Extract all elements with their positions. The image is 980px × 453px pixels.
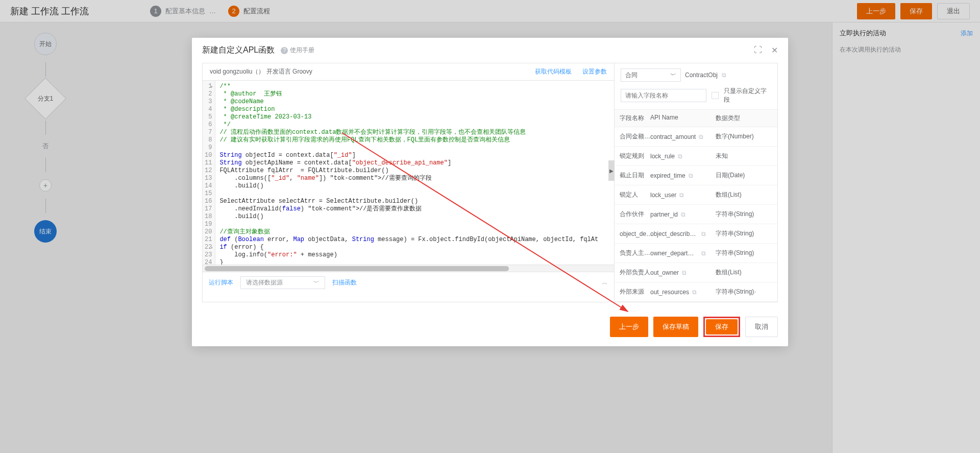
field-row[interactable]: 外部来源out_resources⧉字符串(String)› [615, 282, 777, 302]
footer-save-button[interactable]: 保存 [706, 319, 738, 335]
scan-function-button[interactable]: 扫描函数 [332, 278, 357, 287]
field-name: 外部来源 [615, 288, 650, 296]
field-api: contract_amount⧉ [650, 133, 716, 140]
field-type: 日期(Date) [716, 171, 777, 180]
copy-icon[interactable]: ⧉ [692, 289, 697, 296]
modal: 新建自定义APL函数 ? 使用手册 ⛶ ✕ void gongzuoliu（） … [192, 38, 788, 346]
copy-icon[interactable]: ⧉ [678, 153, 682, 160]
hscroll-thumb[interactable] [205, 266, 509, 271]
modal-title: 新建自定义APL函数 [202, 45, 275, 56]
field-row[interactable]: 合作伙伴partner_id⧉字符串(String) [615, 205, 777, 224]
copy-icon[interactable]: ⧉ [701, 250, 706, 257]
field-table-body[interactable]: 合同金额…contract_amount⧉数字(Number)锁定规则lock_… [615, 127, 777, 302]
collapse-icon[interactable]: ︿ [602, 278, 608, 287]
field-type: 数组(List) [716, 268, 777, 277]
save-highlight: 保存 [703, 317, 740, 337]
editor-signature: void gongzuoliu（） 开发语言 Groovy [210, 67, 526, 76]
field-api: object_describe_api_name⧉ [650, 230, 716, 237]
field-type: 数组(List) [716, 190, 777, 199]
code-gutter: 1234567891011121314151617181920212223242… [203, 81, 215, 265]
field-panel-top: 合同 ﹀ ContractObj ⧉ 只显示自定义字段 [615, 63, 777, 110]
copy-icon[interactable]: ⧉ [679, 192, 684, 199]
field-type: 字符串(String) [716, 229, 777, 238]
set-params-link[interactable]: 设置参数 [582, 68, 607, 75]
field-type: 字符串(String) [716, 210, 777, 219]
field-type: 未知 [716, 152, 777, 160]
object-select[interactable]: 合同 ﹀ [621, 68, 681, 82]
panel-collapse-tab[interactable]: ▶ [608, 160, 615, 181]
field-api: lock_user⧉ [650, 192, 716, 199]
only-custom-label: 只显示自定义字段 [724, 87, 771, 104]
get-template-link[interactable]: 获取代码模板 [535, 68, 572, 75]
field-name: 外部负责人 [615, 268, 650, 277]
copy-icon[interactable]: ⧉ [682, 269, 687, 276]
field-row[interactable]: 锁定人lock_user⧉数组(List) [615, 185, 777, 205]
field-name: 截止日期 [615, 171, 650, 180]
hdr-data-type: 数据类型 [716, 114, 777, 123]
field-type: 数字(Number) [716, 132, 777, 141]
copy-icon[interactable]: ⧉ [681, 211, 685, 218]
copy-icon[interactable]: ⧉ [689, 172, 693, 179]
code-hscroll[interactable] [203, 265, 614, 272]
chevron-right-icon[interactable]: › [754, 288, 756, 295]
modal-overlay: 新建自定义APL函数 ? 使用手册 ⛶ ✕ void gongzuoliu（） … [0, 0, 980, 453]
editor-top-bar: void gongzuoliu（） 开发语言 Groovy 获取代码模板 设置参… [203, 63, 614, 81]
object-api-name: ContractObj [685, 71, 718, 79]
field-name: object_de… [615, 230, 650, 237]
field-api: expired_time⧉ [650, 172, 716, 179]
chevron-down-icon: ﹀ [313, 278, 320, 287]
field-row[interactable]: 负责人主…owner_department⧉字符串(String) [615, 244, 777, 263]
help-link[interactable]: ? 使用手册 [281, 46, 314, 55]
chevron-down-icon: ﹀ [670, 71, 676, 80]
datasource-placeholder: 请选择数据源 [246, 278, 283, 287]
editor-column: void gongzuoliu（） 开发语言 Groovy 获取代码模板 设置参… [202, 63, 615, 302]
field-name: 负责人主… [615, 249, 650, 257]
object-select-value: 合同 [625, 71, 638, 80]
field-api: out_owner⧉ [650, 269, 716, 276]
code-editor[interactable]: 1234567891011121314151617181920212223242… [203, 81, 614, 265]
field-api: partner_id⧉ [650, 211, 716, 218]
footer-draft-button[interactable]: 保存草稿 [653, 317, 698, 337]
copy-icon[interactable]: ⧉ [722, 71, 726, 79]
only-custom-checkbox[interactable] [712, 92, 719, 99]
editor-bottom-bar: 运行脚本 请选择数据源 ﹀ 扫描函数 ︿ [203, 272, 614, 293]
hdr-field-name: 字段名称 [615, 114, 650, 123]
copy-icon[interactable]: ⧉ [699, 133, 703, 140]
datasource-select[interactable]: 请选择数据源 ﹀ [240, 276, 325, 289]
footer-prev-button[interactable]: 上一步 [610, 317, 648, 337]
field-search-input[interactable] [621, 89, 706, 102]
field-row[interactable]: 锁定规则lock_rule⧉未知 [615, 147, 777, 166]
footer-cancel-button[interactable]: 取消 [745, 317, 778, 337]
field-name: 合作伙伴 [615, 210, 650, 219]
field-row[interactable]: 截止日期expired_time⧉日期(Date) [615, 166, 777, 185]
hdr-api-name: API Name [650, 114, 716, 123]
field-name: 锁定规则 [615, 152, 650, 160]
field-row[interactable]: 外部负责人out_owner⧉数组(List) [615, 263, 777, 282]
field-type: 字符串(String)› [716, 288, 777, 296]
fullscreen-icon[interactable]: ⛶ [754, 45, 762, 55]
field-api: owner_department⧉ [650, 250, 716, 257]
field-row[interactable]: object_de…object_describe_api_name⧉字符串(S… [615, 224, 777, 244]
copy-icon[interactable]: ⧉ [701, 230, 706, 237]
close-icon[interactable]: ✕ [771, 45, 778, 55]
field-name: 锁定人 [615, 190, 650, 199]
modal-footer: 上一步 保存草稿 保存 取消 [192, 311, 788, 346]
help-text: 使用手册 [290, 46, 314, 55]
field-name: 合同金额… [615, 132, 650, 141]
field-table-header: 字段名称 API Name 数据类型 [615, 110, 777, 127]
field-panel: ▶ 合同 ﹀ ContractObj ⧉ 只显示自定义字段 [615, 63, 778, 302]
help-icon: ? [281, 47, 288, 54]
code-lines[interactable]: /** * @author 王梦钰 * @codeName * @descrip… [215, 81, 614, 265]
field-type: 字符串(String) [716, 249, 777, 257]
field-api: lock_rule⧉ [650, 153, 716, 160]
field-api: out_resources⧉ [650, 289, 716, 296]
modal-header: 新建自定义APL函数 ? 使用手册 ⛶ ✕ [192, 38, 788, 63]
run-script-button[interactable]: 运行脚本 [209, 278, 233, 287]
modal-body: void gongzuoliu（） 开发语言 Groovy 获取代码模板 设置参… [192, 63, 788, 311]
field-row[interactable]: 合同金额…contract_amount⧉数字(Number) [615, 127, 777, 147]
